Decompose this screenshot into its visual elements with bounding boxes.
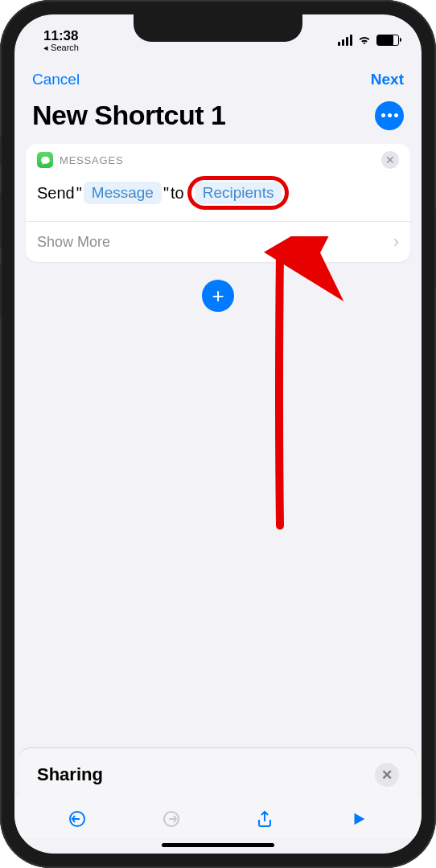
chevron-right-icon: ›	[393, 231, 399, 252]
quote-close: "	[163, 184, 169, 203]
redo-button	[160, 808, 183, 830]
add-action-button[interactable]: +	[202, 280, 234, 312]
more-button[interactable]	[375, 101, 404, 130]
run-button[interactable]	[348, 808, 370, 830]
content-area: MESSAGES ✕ Send " Message " to Recipient…	[14, 144, 422, 747]
status-time: 11:38	[43, 28, 79, 44]
bottom-toolbar	[14, 796, 422, 838]
messages-app-icon	[37, 152, 53, 168]
text-to: to	[171, 184, 184, 203]
wifi-icon	[357, 35, 372, 46]
notch	[134, 14, 302, 42]
action-body: Send " Message " to Recipients	[26, 168, 410, 221]
battery-icon	[376, 35, 399, 46]
annotation-arrow	[240, 236, 352, 542]
undo-button[interactable]	[66, 808, 88, 830]
recipients-token[interactable]: Recipients	[195, 182, 282, 204]
share-button[interactable]	[253, 808, 276, 830]
sharing-panel[interactable]: Sharing ✕	[19, 747, 417, 796]
cell-signal-icon	[338, 35, 352, 46]
quote-open: "	[76, 184, 82, 203]
title-row: New Shortcut 1	[14, 93, 422, 144]
volume-up	[0, 193, 2, 248]
action-card: MESSAGES ✕ Send " Message " to Recipient…	[26, 144, 410, 262]
phone-frame: 11:38 ◂ Search Cancel Next New Shortcut …	[0, 0, 436, 868]
page-title: New Shortcut 1	[32, 100, 225, 131]
mute-switch	[0, 137, 2, 166]
nav-bar: Cancel Next	[14, 59, 422, 93]
annotation-highlight: Recipients	[187, 176, 290, 210]
text-send: Send	[37, 184, 75, 203]
home-indicator[interactable]	[162, 843, 274, 847]
next-button[interactable]: Next	[371, 71, 404, 88]
status-back-to-search[interactable]: ◂ Search	[43, 43, 79, 53]
sharing-title: Sharing	[37, 764, 103, 785]
message-token[interactable]: Message	[84, 182, 162, 204]
cancel-button[interactable]: Cancel	[32, 71, 80, 88]
sharing-close-button[interactable]: ✕	[375, 763, 399, 787]
show-more-label: Show More	[37, 234, 110, 251]
remove-action-button[interactable]: ✕	[381, 151, 399, 169]
show-more-button[interactable]: Show More ›	[26, 221, 410, 262]
volume-down	[0, 264, 2, 318]
app-label: MESSAGES	[60, 154, 123, 166]
screen: 11:38 ◂ Search Cancel Next New Shortcut …	[14, 14, 422, 854]
